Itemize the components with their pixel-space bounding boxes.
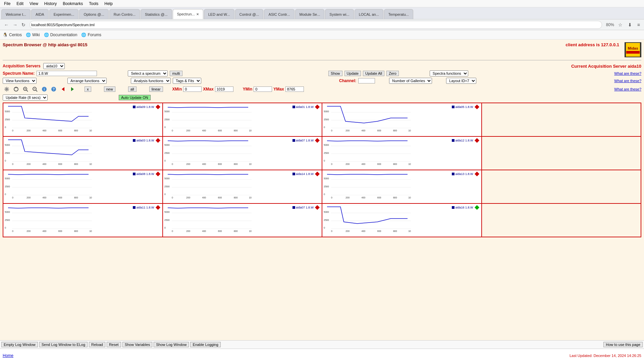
multi-button[interactable]: multi xyxy=(170,71,182,76)
reset-btn[interactable]: Reset xyxy=(107,342,121,347)
layout-id-select[interactable]: Layout ID=7 xyxy=(446,78,476,84)
gallery-cell[interactable]: aida14 1.8.W 0 2500 5000 7500 0200400600… xyxy=(163,170,322,203)
gallery-cell[interactable]: aida07 1.8.W 0 2500 5000 7500 0200400600… xyxy=(163,203,322,237)
show-variables-btn[interactable]: Show Variables xyxy=(122,342,153,347)
menu-help[interactable]: Help xyxy=(102,1,115,7)
zoom-out-btn[interactable] xyxy=(31,85,39,93)
what-are-these-3[interactable]: What are these? xyxy=(614,87,641,91)
svg-text:7500: 7500 xyxy=(164,105,170,105)
reload-btn[interactable]: Reload xyxy=(89,342,105,347)
how-to-use-btn[interactable]: How to use this page xyxy=(603,342,643,347)
menu-bookmarks[interactable]: Bookmarks xyxy=(60,1,86,7)
tab-10[interactable]: Module Se... xyxy=(295,9,325,19)
gallery-cell[interactable]: aida03 1.8.W 0 2500 5000 7500 0200400600… xyxy=(3,136,163,170)
show-log-window-btn[interactable]: Show Log Window xyxy=(154,342,189,347)
spectra-functions-select[interactable]: Spectra functions xyxy=(430,70,468,76)
tags-fits-select[interactable]: Tags & Fits xyxy=(173,78,201,84)
tab-12[interactable]: LOCAL an... xyxy=(355,9,383,19)
view-functions-select[interactable]: View functions xyxy=(3,78,37,84)
gallery-cell[interactable]: aida16 1.8.W 0 2500 5000 7500 0200400600… xyxy=(322,203,482,237)
tab-3[interactable]: Options @... xyxy=(79,9,108,19)
bookmark-documentation[interactable]: 🌐 Documentation xyxy=(44,33,77,37)
next-btn[interactable] xyxy=(68,85,76,93)
xmax-input[interactable] xyxy=(215,86,233,92)
gallery-cell[interactable]: aida09 1.8.W 0 2500 5000 7500 0200400600… xyxy=(3,103,163,136)
tab-4[interactable]: Run Contro... xyxy=(109,9,140,19)
help-btn[interactable]: ? xyxy=(50,85,58,93)
x-btn[interactable]: x xyxy=(85,86,91,92)
what-are-these-1[interactable]: What are these? xyxy=(614,71,641,75)
address-bar[interactable] xyxy=(30,21,602,29)
all-btn[interactable]: all xyxy=(128,86,137,92)
bookmark-wiki[interactable]: 🌐 Wiki xyxy=(26,33,40,37)
tab-5[interactable]: Statistics @... xyxy=(141,9,172,19)
tab-spectrum[interactable]: Spectrun... ✕ xyxy=(173,9,203,19)
ymax-input[interactable] xyxy=(285,86,304,92)
gallery-cell[interactable]: aida12 1.8.W 0 2500 5000 7500 0200400600… xyxy=(322,136,482,170)
menu-file[interactable]: File xyxy=(1,1,13,7)
svg-text:800: 800 xyxy=(393,129,397,132)
tab-2[interactable]: Experimen... xyxy=(49,9,79,19)
select-spectrum-dropdown[interactable]: Select a spectrum xyxy=(128,70,168,76)
menu-view[interactable]: View xyxy=(27,1,41,7)
tab-13[interactable]: Temperatu... xyxy=(384,9,413,19)
menu-edit[interactable]: Edit xyxy=(14,1,26,7)
gallery-cell[interactable] xyxy=(482,136,641,170)
gallery-cell[interactable] xyxy=(482,203,641,237)
tab-7[interactable]: LED and W... xyxy=(204,9,234,19)
show-button[interactable]: Show xyxy=(328,71,342,76)
gallery-cell[interactable] xyxy=(482,103,641,136)
tab-11[interactable]: System wi... xyxy=(325,9,354,19)
send-log-btn[interactable]: Send Log Window to ELog xyxy=(39,342,88,347)
reload-button[interactable]: ↻ xyxy=(20,21,27,28)
bookmark-forums[interactable]: 🌐 Forums xyxy=(81,33,101,37)
forward-button[interactable]: → xyxy=(11,21,19,28)
number-of-galleries-select[interactable]: Number of Galleries xyxy=(389,78,432,84)
xmin-input[interactable] xyxy=(183,86,202,92)
gallery-cell[interactable]: aida07 1.8.W 0 2500 5000 7500 0200400600… xyxy=(163,136,322,170)
analysis-functions-select[interactable]: Analysis functions xyxy=(131,78,171,84)
bookmark-star[interactable]: ☆ xyxy=(617,21,624,28)
menu-tools[interactable]: Tools xyxy=(86,1,101,7)
gallery-cell[interactable]: aida11 1.8.W 0 2500 5000 7500 0200400600… xyxy=(3,203,163,237)
zero-button[interactable]: Zero xyxy=(386,71,399,76)
reload-spectrum-btn[interactable] xyxy=(12,85,20,93)
tab-1[interactable]: AIDA xyxy=(31,9,49,19)
downloads-icon[interactable]: ⬇ xyxy=(627,21,633,28)
info-btn[interactable]: i xyxy=(40,85,48,93)
gallery-cell[interactable]: aida13 1.8.W 0 2500 5000 7500 0200400600… xyxy=(322,170,482,203)
back-button[interactable]: ← xyxy=(3,21,10,28)
tab-close-icon[interactable]: ✕ xyxy=(196,12,199,16)
ymin-input[interactable] xyxy=(254,86,272,92)
zoom-in-btn[interactable] xyxy=(21,85,30,93)
tab-8[interactable]: Control @... xyxy=(235,9,264,19)
gallery-cell[interactable]: aida01 1.8.W 0 2500 5000 7500 0200400600… xyxy=(163,103,322,136)
enable-logging-btn[interactable]: Enable Logging xyxy=(190,342,220,347)
what-are-these-2[interactable]: What are these? xyxy=(614,79,641,83)
svg-text:5000: 5000 xyxy=(5,211,10,213)
update-all-button[interactable]: Update All xyxy=(363,71,384,76)
auto-update-btn[interactable]: Auto Update ON xyxy=(119,95,151,100)
menu-history[interactable]: History xyxy=(42,1,59,7)
new-btn[interactable]: new xyxy=(104,86,115,92)
acquisition-server-select[interactable]: aida10 xyxy=(43,63,65,69)
linear-btn[interactable]: linear xyxy=(149,86,163,92)
tab-0[interactable]: Welcome t... xyxy=(1,9,31,19)
tab-9[interactable]: ASIC Contr... xyxy=(264,9,294,19)
arrange-functions-select[interactable]: Arrange functions xyxy=(67,78,107,84)
prev-btn[interactable] xyxy=(59,85,67,93)
bookmark-centos[interactable]: 🐧 Centos xyxy=(3,33,22,37)
chart-container: aida09 1.8.W 0 2500 5000 7500 0200400600… xyxy=(5,105,161,135)
gallery-cell[interactable]: aida08 1.8.W 0 2500 5000 7500 0200400600… xyxy=(3,170,163,203)
update-rate-select[interactable]: Update Rate (8 secs) xyxy=(3,95,48,101)
channel-input[interactable] xyxy=(358,78,375,83)
update-button[interactable]: Update xyxy=(344,71,361,76)
empty-log-window-btn[interactable]: Empty Log Window xyxy=(1,342,38,347)
menu-icon[interactable]: ≡ xyxy=(636,21,641,28)
svg-text:0: 0 xyxy=(172,230,173,232)
spectrum-name-input[interactable] xyxy=(37,71,97,76)
gallery-cell[interactable] xyxy=(482,170,641,203)
home-link[interactable]: Home xyxy=(3,353,13,358)
gallery-cell[interactable]: aida05 1.8.W 0 2500 5000 7500 0200400600… xyxy=(322,103,482,136)
radiation-icon-btn[interactable] xyxy=(3,85,11,93)
